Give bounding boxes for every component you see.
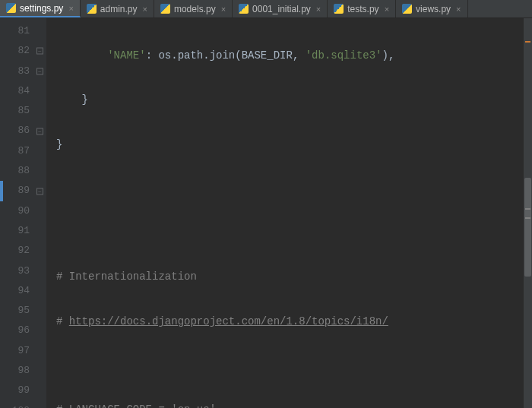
tab-label: models.py <box>174 4 216 14</box>
close-icon[interactable]: × <box>385 5 389 14</box>
scrollbar-marker[interactable] <box>525 217 530 219</box>
tab-tests-py[interactable]: tests.py× <box>328 0 396 17</box>
scrollbar-thumb[interactable] <box>524 178 531 277</box>
python-file-icon <box>87 4 97 14</box>
code-line: # https://docs.djangoproject.com/en/1.8/… <box>47 312 532 331</box>
line-number[interactable]: 81 <box>0 21 46 41</box>
line-number[interactable]: 100 <box>0 401 46 408</box>
scrollbar-marker[interactable] <box>525 208 530 210</box>
line-number[interactable]: 86− <box>0 121 46 141</box>
fold-toggle-icon[interactable]: − <box>36 48 43 55</box>
tab-label: tests.py <box>347 4 378 14</box>
line-number[interactable]: 97 <box>0 341 46 361</box>
python-file-icon <box>160 4 170 14</box>
line-number[interactable]: 92 <box>0 241 46 261</box>
close-icon[interactable]: × <box>316 5 321 14</box>
line-number[interactable]: 96 <box>0 321 46 340</box>
line-number[interactable]: 98 <box>0 361 46 381</box>
code-line: # Internationalization <box>47 267 532 286</box>
line-number[interactable]: 91 <box>0 221 46 241</box>
close-icon[interactable]: × <box>221 5 226 14</box>
gutter: 8182−83−848586−878889−909192939495969798… <box>0 18 47 408</box>
fold-toggle-icon[interactable]: − <box>36 188 43 195</box>
line-number[interactable]: 87 <box>0 141 46 161</box>
fold-toggle-icon[interactable]: − <box>36 128 43 134</box>
tab-label: views.py <box>416 4 451 14</box>
close-icon[interactable]: × <box>456 5 461 14</box>
tab-admin-py[interactable]: admin.py× <box>81 0 154 17</box>
tab-models-py[interactable]: models.py× <box>154 0 233 17</box>
code-area[interactable]: 'NAME': os.path.join(BASE_DIR, 'db.sqlit… <box>47 18 532 408</box>
code-line: # LANGUAGE_CODE = 'en-us' <box>47 400 532 408</box>
code-line <box>47 223 532 242</box>
line-number[interactable]: 89− <box>0 181 46 201</box>
tab-views-py[interactable]: views.py× <box>396 0 467 17</box>
close-icon[interactable]: × <box>143 5 147 14</box>
tab-settings-py[interactable]: settings.py× <box>0 0 81 17</box>
code-line: } <box>47 90 532 109</box>
code-line <box>47 356 532 375</box>
line-number[interactable]: 90 <box>0 201 46 221</box>
line-number[interactable]: 95 <box>0 301 46 321</box>
line-number[interactable]: 85 <box>0 101 46 121</box>
python-file-icon <box>402 4 412 14</box>
tab-label: 0001_initial.py <box>252 4 311 14</box>
tab-0001_initial-py[interactable]: 0001_initial.py× <box>233 0 328 17</box>
code-line: 'NAME': os.path.join(BASE_DIR, 'db.sqlit… <box>47 46 532 65</box>
change-marker <box>0 181 3 201</box>
python-file-icon <box>6 3 16 13</box>
line-number[interactable]: 82− <box>0 41 46 61</box>
line-number[interactable]: 99 <box>0 381 46 400</box>
vertical-scrollbar[interactable] <box>524 18 532 408</box>
python-file-icon <box>239 4 249 14</box>
line-number[interactable]: 94 <box>0 281 46 301</box>
tab-label: admin.py <box>100 4 138 14</box>
editor-tabs: settings.py×admin.py×models.py×0001_init… <box>0 0 532 18</box>
line-number[interactable]: 84 <box>0 81 46 101</box>
line-number[interactable]: 88 <box>0 161 46 181</box>
code-line <box>47 179 532 198</box>
line-number[interactable]: 93 <box>0 261 46 281</box>
python-file-icon <box>334 4 344 14</box>
scrollbar-marker[interactable] <box>525 41 530 43</box>
line-number[interactable]: 83− <box>0 62 46 81</box>
close-icon[interactable]: × <box>68 4 73 13</box>
tab-label: settings.py <box>20 3 63 14</box>
code-line: } <box>47 134 532 154</box>
editor-area: 8182−83−848586−878889−909192939495969798… <box>0 18 532 408</box>
fold-toggle-icon[interactable]: − <box>36 68 43 74</box>
